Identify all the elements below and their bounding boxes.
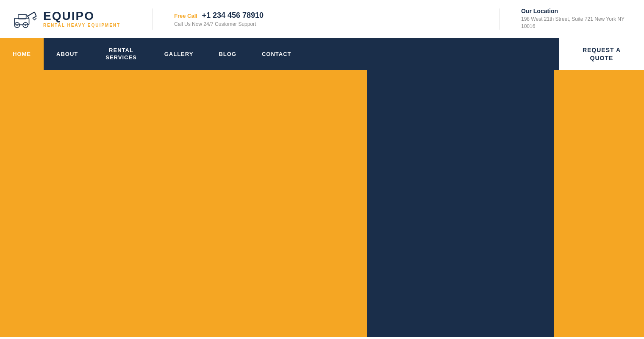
nav-home[interactable]: HOME [0,38,44,70]
logo-icon [13,8,38,30]
header-divider-2 [500,8,500,30]
navbar: HOME ABOUT RENTAL SERVICES GALLERY BLOG … [0,38,644,70]
free-call-label: Free Call [174,13,197,19]
nav-about[interactable]: ABOUT [44,38,91,70]
location-address: 198 West 21th Street, Suite 721 New York… [521,16,627,30]
hero-center-panel [367,70,554,337]
nav-rental-line2: SERVICES [105,54,137,61]
phone-block: Free Call +1 234 456 78910 Call Us Now 2… [174,11,264,27]
free-call-row: Free Call +1 234 456 78910 [174,11,264,20]
cta-line1: REQUEST A [583,46,621,54]
location-label: Our Location [521,8,627,14]
logo-text: EQUIPO RENTAL HEAVY EQUIPMENT [43,10,120,28]
hero-section [0,70,644,337]
hero-left-panel [0,70,367,337]
bottom-area [0,337,644,339]
header-contact: Free Call +1 234 456 78910 Call Us Now 2… [153,11,500,27]
svg-point-10 [25,24,26,25]
nav-rental-line1: RENTAL [109,47,133,54]
nav-cta-button[interactable]: REQUEST A QUOTE [559,38,644,70]
location-block: Our Location 198 West 21th Street, Suite… [521,8,644,30]
nav-contact[interactable]: CONTACT [249,38,304,70]
header: EQUIPO RENTAL HEAVY EQUIPMENT Free Call … [0,0,644,38]
svg-line-6 [33,16,36,18]
logo-name: EQUIPO [43,10,120,22]
nav-rental[interactable]: RENTAL SERVICES [91,38,152,70]
hero-right-panel [554,70,644,337]
phone-number: +1 234 456 78910 [202,11,264,19]
svg-line-4 [27,12,34,16]
logo-area: EQUIPO RENTAL HEAVY EQUIPMENT [0,8,153,30]
nav-gallery[interactable]: GALLERY [152,38,206,70]
svg-point-9 [17,24,18,25]
svg-line-5 [34,12,36,16]
phone-subtitle: Call Us Now 24/7 Customer Support [174,21,264,27]
logo-tagline: RENTAL HEAVY EQUIPMENT [43,23,120,28]
cta-line2: QUOTE [590,54,613,62]
nav-blog[interactable]: BLOG [206,38,249,70]
nav-spacer [304,38,559,70]
